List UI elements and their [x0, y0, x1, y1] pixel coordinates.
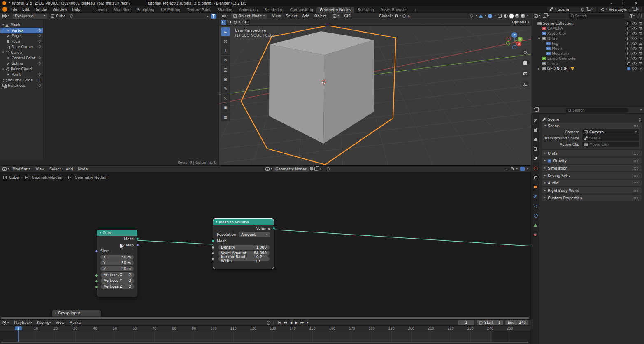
- viewport-menu-add[interactable]: Add: [300, 14, 312, 18]
- tool-transform[interactable]: ◉: [221, 74, 230, 84]
- exclude-checkbox[interactable]: [627, 62, 630, 65]
- gizmos-toggle-icon[interactable]: [479, 14, 483, 18]
- disable-render-icon[interactable]: [639, 32, 642, 35]
- current-frame-field[interactable]: 1: [458, 320, 474, 325]
- node-m2v-header[interactable]: ▾Mesh to Volume: [213, 219, 274, 225]
- display-mode-dropdown[interactable]: ▾: [543, 14, 549, 18]
- exclude-checkbox[interactable]: [627, 32, 630, 35]
- workspace-tab-asset-browser[interactable]: Asset Browser: [377, 7, 410, 13]
- vertices-z-field[interactable]: Vertices Z2: [101, 284, 134, 289]
- exclude-checkbox[interactable]: [627, 27, 630, 30]
- properties-tab-tool[interactable]: [532, 118, 539, 124]
- outliner-row-camera[interactable]: CAMERA: [531, 26, 644, 31]
- tool-select-box[interactable]: ►: [221, 27, 230, 36]
- socket-uv-map-output[interactable]: [136, 244, 139, 246]
- data-source-mesh[interactable]: ▾Mesh: [0, 22, 43, 28]
- filter-icon[interactable]: [630, 14, 633, 18]
- search-input[interactable]: [575, 14, 612, 18]
- properties-tab-render[interactable]: [532, 127, 539, 133]
- tool-mesh-primitive[interactable]: ▦: [221, 112, 230, 121]
- snap-magnet-icon[interactable]: [395, 14, 398, 17]
- tool-cursor[interactable]: ◎: [221, 37, 230, 46]
- resolution-dropdown[interactable]: Amount▾: [239, 232, 270, 237]
- vertices-x-field[interactable]: Vertices X2: [101, 272, 134, 278]
- socket-vertices-z[interactable]: [95, 286, 98, 288]
- disable-render-icon[interactable]: [639, 52, 642, 55]
- select-mode-box[interactable]: [227, 20, 232, 25]
- hide-eye-icon[interactable]: [632, 22, 637, 25]
- gis-addon-icon-button[interactable]: ▾: [332, 14, 340, 18]
- node-mesh-to-volume[interactable]: ▾Mesh to Volume Volume Resolution Amount…: [213, 219, 274, 269]
- show-gizmo-icon[interactable]: [470, 14, 474, 18]
- minimize-button[interactable]: –: [606, 1, 617, 5]
- outliner-row-lamp[interactable]: Lamp: [531, 61, 644, 66]
- editor-type-button[interactable]: ▾: [2, 321, 9, 325]
- chevron-down-icon[interactable]: ▼: [537, 37, 541, 40]
- options-dropdown[interactable]: Options▾: [512, 20, 529, 24]
- node-menu-node[interactable]: Node: [76, 167, 91, 171]
- breadcrumb-object[interactable]: Cube: [9, 175, 19, 179]
- node-menu-select[interactable]: Select: [47, 167, 63, 171]
- panel-grip[interactable]: [633, 152, 639, 155]
- viewport-menu-object[interactable]: Object: [312, 14, 329, 18]
- menu-edit[interactable]: Edit: [20, 7, 32, 12]
- menu-file[interactable]: File: [9, 7, 20, 12]
- properties-tab-modifiers[interactable]: [532, 193, 539, 200]
- data-source-point-cloud[interactable]: ▾Point Cloud: [0, 66, 43, 72]
- size-x-field[interactable]: X50 m: [100, 255, 134, 260]
- data-source-spline[interactable]: Spline0: [0, 61, 43, 66]
- viewport-menu-view[interactable]: View: [270, 14, 283, 18]
- hide-eye-icon[interactable]: [632, 42, 637, 45]
- socket-volume-output[interactable]: [272, 227, 275, 230]
- zoom-icon[interactable]: [521, 49, 529, 56]
- pin-icon[interactable]: [638, 118, 642, 121]
- exclude-checkbox[interactable]: [627, 57, 630, 60]
- chevron-down-icon[interactable]: ▾: [640, 109, 642, 112]
- exclude-checkbox[interactable]: [627, 22, 630, 25]
- hide-eye-icon[interactable]: [632, 67, 637, 70]
- pin-icon[interactable]: [70, 14, 73, 18]
- node-cube-header[interactable]: ▾Cube: [97, 230, 137, 236]
- timeline-menu-keying[interactable]: Keying▾: [35, 321, 53, 325]
- hide-eye-icon[interactable]: [632, 57, 637, 60]
- snap-magnet-icon[interactable]: [511, 167, 514, 170]
- viewport-3d[interactable]: ▾ Object Mode▾ ViewSelectAddObject ▾ GIS…: [219, 13, 531, 165]
- timeline-menu-view[interactable]: View: [53, 321, 67, 325]
- viewport-menu-select[interactable]: Select: [284, 14, 300, 18]
- camera-view-icon[interactable]: [521, 70, 529, 77]
- size-z-field[interactable]: Z50 m: [100, 266, 134, 272]
- hide-eye-icon[interactable]: [632, 37, 637, 40]
- next-keyframe-button[interactable]: ▶▶: [300, 320, 305, 325]
- previous-keyframe-button[interactable]: ◀◀: [282, 320, 288, 325]
- node-group-input-header[interactable]: ▾Group Input: [52, 310, 101, 316]
- socket-voxel-amount[interactable]: [212, 252, 214, 255]
- properties-tab-particles[interactable]: [532, 203, 539, 209]
- workspace-tab-compositing[interactable]: Compositing: [287, 7, 316, 13]
- density-field[interactable]: Density1.000: [218, 245, 270, 250]
- pan-hand-icon[interactable]: [521, 59, 529, 67]
- select-mode-tweak[interactable]: [221, 20, 226, 25]
- outliner-row-kyoto-city[interactable]: Kyoto City: [531, 31, 644, 36]
- workspace-tab-animation[interactable]: Animation: [236, 7, 261, 13]
- exclude-checkbox[interactable]: ✓: [627, 67, 630, 70]
- field-active-clip[interactable]: Movie Clip: [582, 142, 639, 147]
- disable-render-icon[interactable]: [639, 62, 642, 65]
- hide-eye-icon[interactable]: [632, 27, 637, 30]
- panel-header-audio[interactable]: ▸Audio: [542, 180, 642, 186]
- geometry-node-editor[interactable]: ▾ Modifier▾ ViewSelectAddNode ▾ Geometry…: [0, 165, 531, 319]
- pin-icon[interactable]: [581, 7, 584, 11]
- outliner-row-other[interactable]: ▼Other: [531, 36, 644, 41]
- editor-type-button[interactable]: ▾: [2, 14, 9, 18]
- navigation-gizmo[interactable]: Z Y X: [504, 29, 525, 50]
- outliner-row-geo-node[interactable]: ▶GEO NODE✓: [531, 66, 644, 71]
- tree-type-button[interactable]: ▾: [265, 167, 272, 171]
- properties-tab-object[interactable]: [532, 184, 539, 190]
- blender-menu-icon[interactable]: [2, 7, 7, 12]
- context-dropdown[interactable]: Modifier▾: [12, 167, 30, 171]
- frame-range-start[interactable]: Start 1: [477, 320, 503, 325]
- properties-tab-physics[interactable]: [532, 212, 539, 218]
- hide-eye-icon[interactable]: [632, 62, 637, 65]
- panel-grip[interactable]: [633, 174, 639, 177]
- close-icon[interactable]: ×: [591, 8, 594, 11]
- tool-rotate[interactable]: ↻: [221, 56, 230, 65]
